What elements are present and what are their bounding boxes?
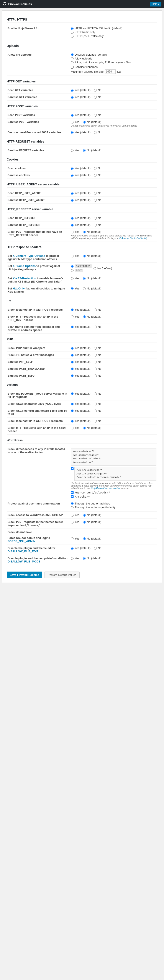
option-x-content-type-no[interactable]: No (default): [83, 254, 101, 258]
option-allow-uploads[interactable]: Allow uploads: [71, 57, 156, 60]
radio-block-ip-http-host-yes[interactable]: [71, 315, 74, 318]
option-force-ssl-no[interactable]: No (default): [83, 537, 101, 540]
option-sanitise-php-self-yes[interactable]: Yes (default): [71, 360, 90, 363]
radio-block-ip-http-host-no[interactable]: [83, 315, 86, 318]
radio-scan-post-no[interactable]: [94, 114, 97, 117]
option-scan-traffic-no[interactable]: No: [94, 325, 101, 328]
radio-through-login-page[interactable]: [71, 506, 74, 509]
option-disable-plugin-update-yes[interactable]: Yes: [71, 557, 79, 560]
option-sanitise-request-yes[interactable]: Yes: [71, 149, 79, 152]
option-block-post-themes-no[interactable]: No (default): [83, 520, 101, 523]
save-button[interactable]: Save Firewall Policies: [7, 571, 42, 578]
radio-hide-php-errors-yes[interactable]: [71, 354, 74, 356]
radio-sanitise-php-self-no[interactable]: [94, 361, 97, 363]
radio-block-localhost-getpost-yes[interactable]: [71, 420, 74, 423]
radio-scan-get-yes[interactable]: [71, 89, 74, 92]
option-sanitise-referer-yes[interactable]: Yes (default): [71, 223, 90, 226]
option-x-xss-protection-yes[interactable]: Yes: [71, 277, 79, 280]
option-block-ascii-control-no[interactable]: No: [94, 409, 101, 412]
option-sanitise-filenames[interactable]: Sanitise filenames: [71, 65, 156, 68]
radio-block-post-themes-no[interactable]: [83, 521, 86, 523]
radio-block-php-wrappers-no[interactable]: [94, 347, 97, 350]
option-block-php-wrappers-no[interactable]: No: [94, 346, 101, 350]
checkbox-dirs-group[interactable]: [71, 467, 74, 470]
option-block-null-byte-yes[interactable]: Yes (default): [71, 402, 90, 406]
option-sanitise-path-translated-no[interactable]: No: [94, 367, 101, 371]
radio-x-xss-protection-yes[interactable]: [71, 277, 74, 280]
radio-deny[interactable]: [71, 269, 74, 272]
radio-block-xmlrpc-no[interactable]: [83, 514, 86, 517]
option-http-only[interactable]: HTTP traffic only: [71, 30, 156, 34]
radio-sanitise-php-self-yes[interactable]: [71, 361, 74, 363]
radio-scan-user-agent-no[interactable]: [94, 192, 97, 195]
httponly-link[interactable]: HttpOnly: [13, 287, 25, 290]
radio-block-localhost-no[interactable]: [94, 309, 97, 311]
radio-http-https-default[interactable]: [71, 27, 74, 30]
disallow-file-mods-link[interactable]: DISALLOW_FILE_MODS: [8, 560, 40, 563]
radio-decode-base64-yes[interactable]: [71, 131, 74, 134]
option-sanitise-referer-no[interactable]: No: [94, 223, 101, 226]
radio-sanitise-path-info-no[interactable]: [94, 374, 97, 377]
option-block-post-no-referer-yes[interactable]: Yes: [71, 230, 79, 234]
option-scan-post-yes[interactable]: Yes (default): [71, 113, 90, 117]
radio-allow-but-block-scripts[interactable]: [71, 61, 74, 64]
option-disable-plugin-editor-yes[interactable]: Yes (default): [71, 546, 90, 550]
option-x-frame-no[interactable]: No (default): [93, 267, 112, 270]
option-http-https-default[interactable]: HTTP and HTTPS/SSL traffic (default): [71, 27, 156, 30]
radio-https-only[interactable]: [71, 35, 74, 38]
option-through-login-page[interactable]: Through the login page (default): [71, 506, 156, 509]
radio-x-content-type-yes[interactable]: [71, 255, 74, 258]
option-block-xmlrpc-yes[interactable]: Yes: [71, 513, 79, 517]
option-deny[interactable]: DENY: [71, 269, 92, 272]
radio-block-document-root-yes[interactable]: [71, 393, 74, 395]
radio-sanitise-cookies-no[interactable]: [94, 174, 97, 177]
option-scan-cookies-no[interactable]: No: [94, 167, 101, 170]
option-block-ip-http-host-no[interactable]: No (default): [83, 315, 101, 318]
option-sanitise-user-agent-no[interactable]: No: [94, 198, 101, 202]
radio-sanitise-post-yes[interactable]: [71, 121, 74, 124]
radio-sanitise-path-translated-yes[interactable]: [71, 368, 74, 371]
option-block-localhost-getpost-no[interactable]: No: [94, 419, 101, 423]
radio-sanitise-request-yes[interactable]: [71, 149, 74, 152]
option-sanitise-get-yes[interactable]: Yes (default): [71, 95, 90, 99]
radio-scan-traffic-yes[interactable]: [71, 326, 74, 328]
radio-sanitise-request-no[interactable]: [83, 149, 86, 152]
radio-block-post-no-referer-yes[interactable]: [71, 231, 74, 234]
radio-sanitise-user-agent-no[interactable]: [94, 199, 97, 202]
option-force-ssl-yes[interactable]: Yes: [71, 537, 79, 540]
max-file-size-input[interactable]: [105, 70, 116, 74]
radio-scan-referer-no[interactable]: [94, 217, 97, 220]
radio-block-null-byte-yes[interactable]: [71, 402, 74, 406]
ip-access-control-link[interactable]: IP Access Control whitelist: [119, 237, 146, 239]
option-sanitise-request-no[interactable]: No (default): [83, 149, 101, 152]
option-block-xmlrpc-no[interactable]: No (default): [83, 513, 101, 517]
radio-disallow-uploads[interactable]: [71, 53, 74, 56]
option-scan-user-agent-yes[interactable]: Yes (default): [71, 191, 90, 195]
radio-block-ascii-control-no[interactable]: [94, 409, 97, 412]
option-block-document-root-no[interactable]: No: [94, 392, 101, 395]
option-sanitise-user-agent-yes[interactable]: Yes (default): [71, 198, 90, 202]
option-sanitise-path-info-no[interactable]: No: [94, 374, 101, 377]
radio-x-frame-no[interactable]: [93, 267, 96, 270]
radio-sanitise-user-agent-yes[interactable]: [71, 199, 74, 202]
radio-sanitise-get-yes[interactable]: [71, 96, 74, 99]
radio-block-php-wrappers-yes[interactable]: [71, 347, 74, 350]
option-httponly-no[interactable]: No (default): [83, 287, 101, 290]
radio-disable-plugin-update-no[interactable]: [83, 557, 86, 560]
option-sanitise-php-self-no[interactable]: No: [94, 360, 101, 363]
radio-disable-plugin-editor-no[interactable]: [94, 547, 97, 550]
option-x-content-type-yes[interactable]: Yes: [71, 254, 79, 258]
option-x-xss-protection-no[interactable]: No (default): [83, 277, 101, 280]
radio-force-ssl-no[interactable]: [83, 538, 86, 540]
option-block-ip-http-host-yes[interactable]: Yes: [71, 315, 79, 318]
option-sanitise-path-info-yes[interactable]: Yes (default): [71, 374, 90, 377]
ninjafirewall-access-control-link[interactable]: NinjaFirewall access control: [91, 487, 120, 490]
radio-hide-php-errors-no[interactable]: [94, 354, 97, 356]
radio-block-ip-host-header-yes[interactable]: [71, 426, 74, 430]
radio-sanitise-get-no[interactable]: [94, 96, 97, 99]
force-ssl-admin-link[interactable]: FORCE_SSL_ADMIN: [8, 539, 35, 543]
radio-disable-plugin-editor-yes[interactable]: [71, 547, 74, 550]
option-block-localhost-yes[interactable]: Yes (default): [71, 308, 90, 311]
help-button[interactable]: Help ▾: [150, 2, 161, 6]
option-block-ascii-control-yes[interactable]: Yes (default): [71, 409, 90, 412]
